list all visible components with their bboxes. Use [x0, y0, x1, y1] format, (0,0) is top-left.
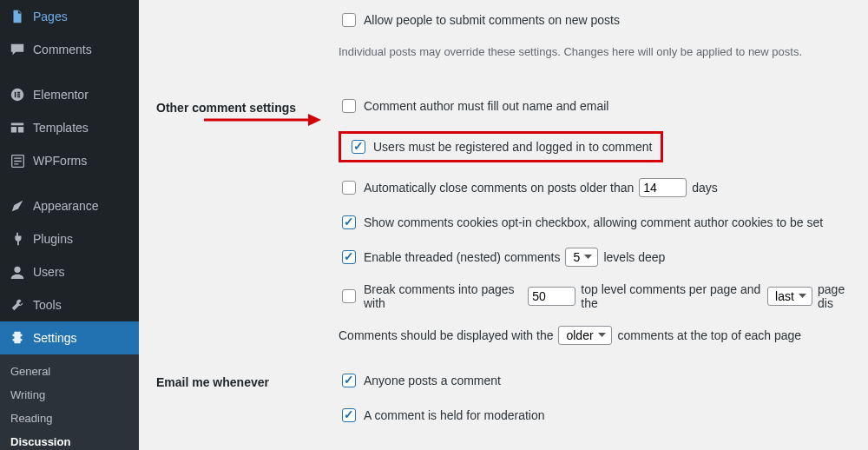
toplevel-label: top level comments per page and the: [581, 282, 762, 310]
sidebar-item-pages[interactable]: Pages: [0, 0, 139, 33]
display-pre-label: Comments should be displayed with the: [339, 328, 553, 342]
sidebar-label: Appearance: [33, 199, 99, 213]
autoclose-checkbox[interactable]: [342, 181, 356, 195]
registered-checkbox[interactable]: [352, 140, 365, 154]
paginate-checkbox[interactable]: [342, 289, 356, 303]
sidebar-item-elementor[interactable]: Elementor: [0, 78, 139, 111]
admin-sidebar: Pages Comments Elementor Templates WPFor…: [0, 0, 139, 450]
cookies-label: Show comments cookies opt-in checkbox, a…: [364, 215, 823, 229]
anyone-posts-label: Anyone posts a comment: [364, 374, 501, 387]
settings-content: Allow people to submit comments on new p…: [139, 0, 868, 450]
break-label: Break comments into pages with: [364, 282, 523, 310]
sidebar-item-users[interactable]: Users: [0, 255, 139, 288]
name-email-label: Comment author must fill out name and em…: [364, 99, 608, 113]
sidebar-label: Tools: [33, 298, 62, 312]
per-page-input[interactable]: [528, 287, 575, 306]
submenu-general[interactable]: General: [0, 360, 139, 383]
sidebar-item-settings[interactable]: Settings: [0, 321, 139, 354]
page-order-select[interactable]: last: [767, 287, 812, 306]
held-label: A comment is held for moderation: [364, 408, 545, 422]
pages-icon: [9, 8, 26, 25]
threaded-label: Enable threaded (nested) comments: [364, 250, 560, 264]
allow-comments-label: Allow people to submit comments on new p…: [364, 13, 620, 27]
sidebar-item-comments[interactable]: Comments: [0, 33, 139, 66]
held-checkbox[interactable]: [342, 408, 356, 422]
sidebar-item-wpforms[interactable]: WPForms: [0, 144, 139, 177]
svg-point-2: [14, 267, 20, 273]
threaded-checkbox[interactable]: [342, 250, 356, 264]
section-before-heading: Before a comment appears: [139, 438, 330, 450]
sidebar-item-templates[interactable]: Templates: [0, 111, 139, 144]
name-email-checkbox[interactable]: [342, 99, 356, 113]
sidebar-item-appearance[interactable]: Appearance: [0, 189, 139, 222]
page-displayed-label: page dis: [818, 282, 859, 310]
display-post-label: comments at the top of each page: [617, 328, 801, 342]
autoclose-days-input[interactable]: [639, 178, 687, 197]
elementor-icon: [9, 86, 26, 103]
allow-comments-checkbox[interactable]: [342, 13, 356, 27]
comments-icon: [9, 41, 26, 58]
sidebar-label: WPForms: [33, 154, 87, 168]
override-description: Individual posts may override these sett…: [339, 45, 859, 58]
sidebar-label: Pages: [33, 10, 68, 23]
sidebar-label: Users: [33, 265, 65, 279]
sidebar-label: Templates: [33, 121, 89, 135]
comment-order-select[interactable]: older: [558, 326, 612, 345]
users-icon: [9, 263, 26, 281]
sidebar-item-tools[interactable]: Tools: [0, 288, 139, 321]
tools-icon: [9, 296, 26, 314]
plugins-icon: [9, 230, 26, 248]
levels-deep-label: levels deep: [603, 250, 665, 264]
sidebar-label: Plugins: [33, 232, 73, 246]
settings-icon: [9, 329, 26, 347]
sidebar-item-plugins[interactable]: Plugins: [0, 222, 139, 255]
section-other-heading: Other comment settings: [139, 83, 330, 132]
autoclose-label: Automatically close comments on posts ol…: [364, 181, 634, 195]
sidebar-label: Elementor: [33, 88, 89, 102]
anyone-posts-checkbox[interactable]: [342, 374, 356, 387]
wpforms-icon: [9, 152, 26, 169]
templates-icon: [9, 119, 26, 136]
sidebar-label: Settings: [33, 331, 77, 345]
settings-submenu: General Writing Reading Discussion Media…: [0, 354, 139, 450]
submenu-discussion[interactable]: Discussion: [0, 430, 139, 450]
registered-highlight: Users must be registered and logged in t…: [339, 131, 663, 162]
threaded-depth-select[interactable]: 5: [565, 248, 598, 267]
submenu-writing[interactable]: Writing: [0, 383, 139, 407]
cookies-checkbox[interactable]: [342, 215, 356, 229]
sidebar-label: Comments: [33, 43, 92, 56]
section-email-heading: Email me whenever: [139, 358, 330, 407]
appearance-icon: [9, 197, 26, 215]
days-label: days: [692, 181, 718, 195]
registered-label: Users must be registered and logged in t…: [373, 140, 652, 154]
submenu-reading[interactable]: Reading: [0, 407, 139, 430]
